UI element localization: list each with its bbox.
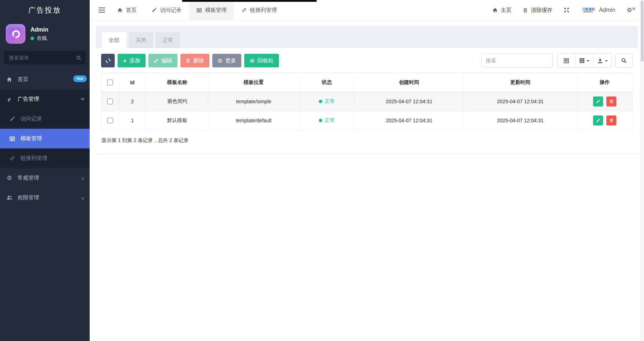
trash-icon [186, 58, 190, 63]
delete-button[interactable]: 删除 [180, 54, 209, 67]
column-header-updated[interactable]: 更新时间 [464, 73, 577, 92]
app-title: 广告投放 [0, 0, 90, 20]
filter-tab-normal[interactable]: 正常 [156, 32, 180, 48]
sidebar-item-label: 常规管理 [18, 175, 39, 181]
row-edit-button[interactable] [593, 96, 603, 106]
home-icon [117, 8, 123, 13]
export-icon [597, 58, 603, 63]
content: 全部 关闭 正常 + 添加 [90, 20, 644, 341]
main-area: 首页 访问记录 模板管理 链接列管理 主页 [90, 0, 644, 341]
recycle-icon: ♻ [250, 58, 254, 63]
detail-view-button[interactable] [558, 54, 576, 67]
column-header-status[interactable]: 状态 [299, 73, 355, 92]
add-button-label: 添加 [129, 57, 140, 64]
menu-search-input[interactable] [8, 55, 76, 61]
status-badge[interactable]: 正常 [319, 98, 335, 105]
gears-icon: ⚙ [6, 175, 13, 181]
sidebar: 广告投放 Admin 在线 首页 Hot [0, 0, 90, 341]
column-header-name[interactable]: 模板名称 [146, 73, 209, 92]
sidebar-item-link-management[interactable]: 链接列管理 [0, 148, 90, 168]
row-delete-button[interactable] [606, 96, 616, 106]
select-all-checkbox[interactable] [107, 80, 113, 85]
status-label: 正常 [325, 98, 335, 105]
home-icon [6, 77, 13, 82]
cell-created-at: 2025-04-07 12:04:31 [355, 92, 464, 111]
trash-icon [609, 99, 614, 104]
sidebar-item-label: 访问记录 [20, 115, 42, 122]
sidebar-menu: 首页 Hot e 广告管理 访问记录 模板管理 [0, 70, 90, 208]
refresh-button[interactable] [101, 54, 115, 67]
gear-icon: ⚙ [218, 58, 222, 63]
row-edit-button[interactable] [593, 115, 603, 125]
search-toggle-button[interactable] [615, 54, 633, 67]
fullscreen-button[interactable] [558, 0, 575, 20]
sidebar-item-label: 链接列管理 [20, 155, 47, 162]
avatar-swirl-icon [10, 29, 21, 39]
tab-link-management[interactable]: 链接列管理 [234, 0, 284, 20]
filter-tab-closed[interactable]: 关闭 [129, 32, 153, 48]
filter-tab-all[interactable]: 全部 [102, 32, 126, 48]
column-header-path[interactable]: 模板位置 [209, 73, 299, 92]
recycle-bin-button[interactable]: ♻ 回收站 [244, 54, 279, 67]
template-icon [9, 136, 16, 142]
tab-template-management[interactable]: 模板管理 [189, 0, 234, 20]
chevron-down-icon [81, 97, 85, 100]
sidebar-section-ad: e 广告管理 访问记录 模板管理 链接列管理 [0, 89, 90, 168]
more-button[interactable]: ⚙ 更多 [212, 54, 241, 67]
edit-button[interactable]: 编辑 [148, 54, 177, 67]
table-row[interactable]: 2 紫色简约 template/simple 正常 2025-04-07 12:… [101, 92, 633, 111]
select-row-checkbox[interactable] [107, 118, 113, 123]
columns-dropdown-button[interactable] [576, 54, 593, 67]
select-row-checkbox[interactable] [107, 99, 113, 104]
status-badge[interactable]: 正常 [319, 117, 335, 124]
link-icon [9, 156, 16, 161]
tab-label: 模板管理 [205, 7, 227, 14]
table-row[interactable]: 1 默认模板 template/default 正常 2025-04-07 12… [101, 111, 633, 130]
ad-icon: e [6, 95, 13, 103]
home-icon [492, 8, 498, 13]
sidebar-toggle-button[interactable] [94, 0, 110, 20]
brand-logo-text: 刀客源码 [582, 8, 595, 11]
cell-path: template/default [209, 111, 299, 130]
clear-cache-label: 清除缓存 [531, 7, 552, 14]
page-scrollbar[interactable] [640, 0, 644, 341]
toolbar-right [481, 53, 633, 68]
column-header-created[interactable]: 创建时间 [355, 73, 464, 92]
table-header-row: Id 模板名称 模板位置 状态 创建时间 更新时间 操作 [101, 73, 633, 92]
sidebar-item-permission-management[interactable]: 权限管理 ‹ [0, 188, 90, 208]
avatar[interactable] [6, 24, 25, 44]
sidebar-item-label: 模板管理 [20, 135, 42, 142]
table-search-input[interactable] [481, 54, 553, 67]
tab-home[interactable]: 首页 [110, 0, 144, 20]
filter-tab-label: 正常 [162, 37, 173, 44]
online-dot-icon [30, 37, 34, 40]
export-dropdown-button[interactable] [593, 54, 611, 67]
scrollbar-thumb[interactable] [641, 1, 644, 62]
sidebar-item-general-management[interactable]: ⚙ 常规管理 ‹ [0, 168, 90, 188]
sidebar-item-label: 广告管理 [18, 96, 39, 103]
pagination-summary: 显示第 1 到第 2 条记录，总共 2 条记录 [101, 130, 633, 153]
cell-name: 默认模板 [146, 111, 209, 130]
column-header-id[interactable]: Id [119, 73, 146, 92]
add-button[interactable]: + 添加 [118, 54, 146, 67]
settings-button[interactable]: ⚙⚙ [621, 0, 635, 20]
home-link[interactable]: 主页 [487, 0, 517, 20]
cell-updated-at: 2025-04-07 12:04:31 [464, 92, 577, 111]
panel-heading: 全部 关闭 正常 [96, 26, 638, 48]
clear-cache-button[interactable]: 清除缓存 [517, 0, 558, 20]
tab-label: 链接列管理 [250, 7, 277, 14]
sidebar-item-ad-management[interactable]: e 广告管理 [0, 89, 90, 109]
tab-visit-log[interactable]: 访问记录 [144, 0, 189, 20]
row-delete-button[interactable] [606, 115, 616, 125]
topbar-right: 主页 清除缓存 刀客源码 Admin ⚙⚙ [487, 0, 644, 20]
sidebar-item-visit-log[interactable]: 访问记录 [0, 109, 90, 129]
tab-label: 首页 [126, 7, 137, 14]
refresh-icon [105, 58, 111, 63]
sidebar-item-home[interactable]: 首页 Hot [0, 70, 90, 89]
user-menu[interactable]: 刀客源码 Admin [575, 0, 621, 20]
sidebar-search [4, 51, 86, 65]
user-name: Admin [30, 27, 48, 33]
cell-path: template/simple [209, 92, 299, 111]
fullscreen-icon [564, 7, 569, 13]
sidebar-item-template-management[interactable]: 模板管理 [0, 129, 90, 148]
